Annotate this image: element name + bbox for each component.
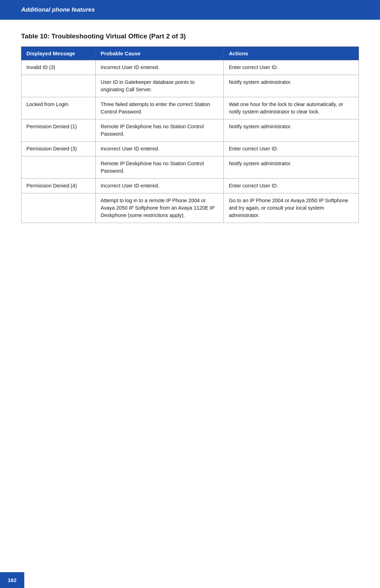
- table-cell-5-1: Remote IP Deskphone has no Station Contr…: [95, 156, 223, 179]
- col-header-displayed-message: Displayed Message: [21, 47, 96, 60]
- table-row: Invalid ID (3)Incorrect User ID entered.…: [21, 60, 359, 75]
- table-row: User ID in Gatekeeper database points to…: [21, 75, 359, 97]
- table-cell-0-2: Enter correct User ID.: [224, 60, 359, 75]
- table-row: Attempt to log in to a remote IP Phone 2…: [21, 193, 359, 223]
- table-cell-7-1: Attempt to log in to a remote IP Phone 2…: [95, 193, 223, 223]
- table-cell-3-2: Notify system administrator.: [224, 119, 359, 142]
- table-cell-3-0: Permission Denied (1): [21, 119, 96, 142]
- table-cell-6-0: Permission Denied (4): [21, 179, 96, 193]
- table-cell-2-1: Three failed attempts to enter the corre…: [95, 97, 223, 119]
- table-row: Permission Denied (1)Remote IP Deskphone…: [21, 119, 359, 142]
- table-cell-1-0: [21, 75, 96, 97]
- table-cell-1-1: User ID in Gatekeeper database points to…: [95, 75, 223, 97]
- table-cell-0-1: Incorrect User ID entered.: [95, 60, 223, 75]
- table-cell-4-1: Incorrect User ID entered.: [95, 142, 223, 156]
- col-header-probable-cause: Probable Cause: [95, 47, 223, 60]
- table-row: Remote IP Deskphone has no Station Contr…: [21, 156, 359, 179]
- table-cell-7-2: Go to an IP Phone 2004 or Avaya 2050 IP …: [224, 193, 359, 223]
- table-title: Table 10: Troubleshooting Virtual Office…: [21, 32, 359, 40]
- table-cell-5-2: Notify system administrator.: [224, 156, 359, 179]
- footer-bar: 162: [0, 572, 24, 588]
- table-cell-6-1: Incorrect User ID entered.: [95, 179, 223, 193]
- page-number: 162: [8, 577, 17, 583]
- table-cell-2-0: Locked from Login: [21, 97, 96, 119]
- table-cell-7-0: [21, 193, 96, 223]
- table-cell-0-0: Invalid ID (3): [21, 60, 96, 75]
- page-content: Table 10: Troubleshooting Virtual Office…: [0, 20, 380, 251]
- table-cell-5-0: [21, 156, 96, 179]
- header-bar: Additional phone features: [0, 0, 380, 20]
- table-row: Permission Denied (3)Incorrect User ID e…: [21, 142, 359, 156]
- table-row: Locked from LoginThree failed attempts t…: [21, 97, 359, 119]
- table-row: Permission Denied (4)Incorrect User ID e…: [21, 179, 359, 193]
- header-title: Additional phone features: [21, 6, 95, 13]
- table-cell-3-1: Remote IP Deskphone has no Station Contr…: [95, 119, 223, 142]
- table-cell-4-2: Enter correct User ID.: [224, 142, 359, 156]
- troubleshooting-table: Displayed Message Probable Cause Actions…: [21, 47, 359, 223]
- table-cell-4-0: Permission Denied (3): [21, 142, 96, 156]
- table-cell-6-2: Enter correct User ID.: [224, 179, 359, 193]
- col-header-actions: Actions: [224, 47, 359, 60]
- table-cell-2-2: Wait one hour for the lock to clear auto…: [224, 97, 359, 119]
- table-header-row: Displayed Message Probable Cause Actions: [21, 47, 359, 60]
- table-cell-1-2: Notify system administrator.: [224, 75, 359, 97]
